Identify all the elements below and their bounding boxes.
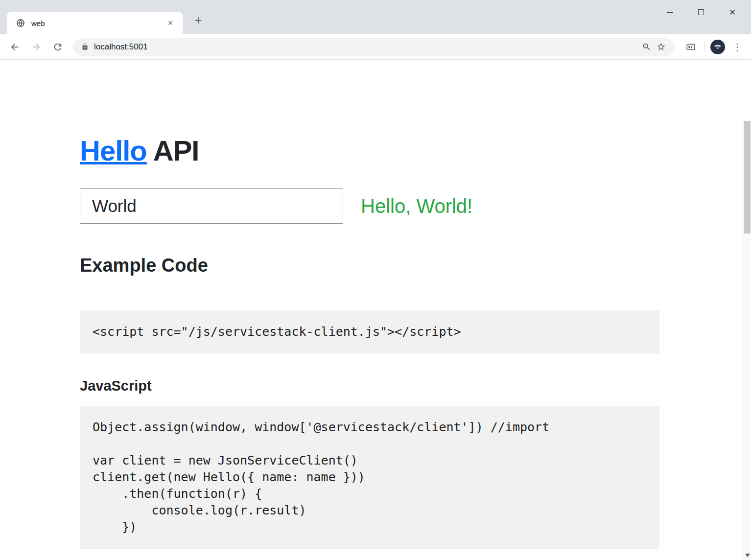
minimize-icon bbox=[667, 12, 673, 13]
page-content: Hello API Hello, World! Example Code <sc… bbox=[0, 60, 751, 560]
name-input[interactable] bbox=[80, 188, 343, 224]
scrollbar-thumb[interactable] bbox=[744, 121, 751, 233]
address-bar[interactable]: localhost:5001 bbox=[73, 38, 675, 56]
tab-close-button[interactable]: ✕ bbox=[164, 17, 176, 29]
scrollbar[interactable] bbox=[743, 120, 751, 560]
javascript-code-block: Object.assign(window, window['@servicest… bbox=[80, 406, 659, 549]
forward-arrow-icon bbox=[31, 42, 42, 52]
minimize-button[interactable] bbox=[654, 3, 685, 22]
forward-button[interactable] bbox=[25, 36, 47, 58]
scroll-down-arrow-icon bbox=[745, 554, 750, 557]
back-arrow-icon bbox=[9, 42, 20, 52]
scroll-down-button[interactable] bbox=[743, 551, 751, 560]
bookmark-star-button[interactable] bbox=[654, 40, 668, 54]
greeting-text: Hello, World! bbox=[361, 195, 472, 217]
hello-row: Hello, World! bbox=[80, 188, 659, 224]
lock-icon[interactable] bbox=[81, 43, 89, 50]
browser-window: web ✕ + ✕ localhost:5001 bbox=[0, 0, 751, 560]
page-title-rest: API bbox=[153, 135, 199, 166]
avatar bbox=[710, 40, 725, 54]
new-tab-button[interactable]: + bbox=[190, 12, 207, 28]
page-title: Hello API bbox=[80, 134, 659, 167]
maximize-icon bbox=[698, 9, 704, 15]
browser-menu-button[interactable]: ⋮ bbox=[728, 37, 747, 57]
refresh-button[interactable] bbox=[47, 36, 69, 58]
avatar-emblem-icon bbox=[713, 43, 722, 51]
hello-link[interactable]: Hello bbox=[80, 135, 147, 166]
extension-button[interactable] bbox=[680, 36, 702, 58]
toolbar-right: ⋮ bbox=[680, 36, 747, 58]
toolbar-separator bbox=[704, 42, 705, 52]
window-controls: ✕ bbox=[654, 3, 748, 22]
close-button[interactable]: ✕ bbox=[717, 3, 748, 22]
script-include-code-block: <script src="/js/servicestack-client.js"… bbox=[80, 310, 659, 353]
url-text: localhost:5001 bbox=[94, 42, 148, 52]
example-code-heading: Example Code bbox=[80, 255, 659, 276]
zoom-out-icon bbox=[642, 42, 651, 51]
maximize-button[interactable] bbox=[685, 3, 717, 22]
profile-avatar-button[interactable] bbox=[708, 37, 728, 57]
tab-title: web bbox=[31, 19, 164, 27]
close-icon: ✕ bbox=[729, 8, 736, 17]
titlebar: web ✕ + ✕ bbox=[0, 0, 751, 34]
javascript-heading: JavaScript bbox=[80, 378, 659, 394]
globe-favicon-icon bbox=[16, 18, 25, 28]
zoom-out-button[interactable] bbox=[639, 40, 654, 54]
back-button[interactable] bbox=[4, 36, 25, 58]
page-inner: Hello API Hello, World! Example Code <sc… bbox=[0, 60, 659, 549]
extension-icon bbox=[685, 42, 696, 52]
navbar: localhost:5001 bbox=[0, 34, 751, 60]
browser-tab[interactable]: web ✕ bbox=[7, 12, 183, 34]
star-icon bbox=[657, 42, 666, 51]
refresh-icon bbox=[52, 42, 63, 52]
